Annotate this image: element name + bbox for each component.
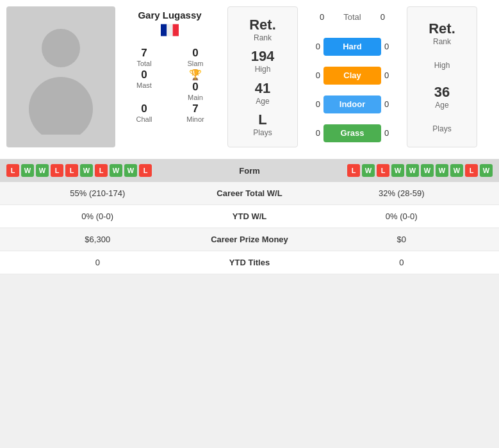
left-high-value: 194 — [251, 48, 275, 65]
right-rank-label: Rank — [433, 37, 451, 46]
form-right-badge-3: W — [391, 164, 404, 177]
stats-left-1: 0% (0-0) — [10, 212, 186, 221]
left-rank-label: Rank — [254, 33, 272, 42]
form-right-badge-1: W — [362, 164, 375, 177]
left-total-stat: 7 Total — [122, 47, 167, 67]
right-total-stat: 0 Total — [487, 47, 499, 67]
left-slam-label: Slam — [187, 60, 203, 67]
stats-row-3: 0 YTD Titles 0 — [0, 251, 499, 274]
form-left-badge-6: L — [95, 164, 108, 177]
left-chall-stat: 0 Chall — [122, 103, 167, 123]
clay-badge: Clay — [323, 67, 381, 85]
right-plays-stat: Plays — [432, 124, 451, 133]
right-high-stat: High — [434, 61, 450, 70]
right-middle-stats: Ret. Rank High 36 Age Plays — [407, 6, 477, 147]
svg-point-1 — [29, 77, 93, 135]
svg-point-0 — [42, 29, 80, 67]
stats-row-2: $6,300 Career Prize Money $0 — [0, 228, 499, 251]
svg-rect-2 — [161, 24, 167, 37]
clay-left: 0 — [304, 71, 320, 80]
stats-label-1: YTD W/L — [186, 212, 314, 221]
left-mast-value: 0 — [141, 69, 147, 81]
hard-badge: Hard — [323, 38, 381, 56]
right-rank-value: Ret. — [429, 21, 455, 37]
left-player-info: Gary Lugassy 7 Total 0 Slam 0 Mast — [115, 6, 224, 147]
indoor-badge: Indoor — [323, 95, 381, 113]
form-right-badge-0: L — [347, 164, 360, 177]
form-left-badge-7: W — [110, 164, 122, 177]
left-rank-stat: Ret. Rank — [249, 17, 276, 42]
form-right-badge-5: W — [421, 164, 434, 177]
indoor-left: 0 — [304, 99, 320, 109]
left-chall-label: Chall — [136, 115, 152, 123]
left-minor-label: Minor — [186, 115, 204, 123]
total-label: Total — [343, 12, 361, 22]
right-chall-stat: 0 Chall — [487, 103, 499, 123]
left-age-label: Age — [256, 97, 269, 106]
form-right-badge-8: L — [465, 164, 478, 177]
stats-right-1: 0% (0-0) — [314, 212, 490, 221]
left-total-value: 7 — [141, 47, 147, 60]
main-container: Gary Lugassy 7 Total 0 Slam 0 Mast — [0, 0, 499, 274]
left-minor-value: 7 — [192, 103, 198, 115]
form-left-badge-2: W — [36, 164, 49, 177]
left-slam-value: 0 — [192, 47, 198, 60]
hard-left: 0 — [304, 42, 320, 51]
form-left-badge-0: L — [6, 164, 19, 177]
left-trophy-stat: 🏆 0 Main — [173, 69, 218, 101]
left-total-label: Total — [136, 60, 151, 67]
left-high-label: High — [255, 65, 271, 74]
total-left: 0 — [320, 12, 324, 22]
form-left-badge-8: W — [124, 164, 137, 177]
right-age-label: Age — [435, 101, 448, 110]
right-player-info: Martin Rmus ★ 0 Total 0 Slam — [480, 6, 499, 147]
form-right-badge-7: W — [450, 164, 463, 177]
left-main-value: 0 — [192, 81, 198, 94]
svg-rect-3 — [167, 24, 172, 37]
form-left-badge-4: L — [65, 164, 78, 177]
left-player-stats: 7 Total 0 Slam 0 Mast 🏆 0 Main 0 — [115, 47, 224, 123]
stats-left-2: $6,300 — [10, 235, 186, 244]
right-player-stats: 0 Total 0 Slam 0 Mast 🏆 0 Main 0 — [480, 47, 499, 123]
stats-left-0: 55% (210-174) — [10, 188, 186, 198]
form-left-badge-5: W — [80, 164, 93, 177]
form-left-badge-9: L — [139, 164, 152, 177]
left-high-stat: 194 High — [251, 48, 275, 74]
stats-row-1: 0% (0-0) YTD W/L 0% (0-0) — [0, 205, 499, 228]
left-plays-value: L — [258, 112, 266, 128]
left-mast-label: Mast — [136, 81, 152, 89]
stats-left-3: 0 — [10, 258, 186, 267]
stats-right-3: 0 — [314, 258, 490, 267]
stats-table: 55% (210-174) Career Total W/L 32% (28-5… — [0, 182, 499, 274]
total-right: 0 — [380, 12, 385, 22]
grass-badge: Grass — [323, 124, 381, 142]
left-chall-value: 0 — [141, 103, 147, 115]
form-label: Form — [211, 166, 288, 176]
form-right-badge-2: L — [377, 164, 389, 177]
right-age-stat: 36 Age — [434, 84, 450, 110]
stats-right-2: $0 — [314, 235, 490, 244]
form-left: LWWLLWLWWL — [6, 164, 211, 177]
grass-row: 0 Grass 0 — [304, 124, 400, 142]
left-plays-label: Plays — [253, 128, 272, 137]
right-age-value: 36 — [434, 84, 450, 101]
form-right-badge-6: W — [436, 164, 448, 177]
right-mast-stat: 0 Mast — [487, 69, 499, 101]
indoor-row: 0 Indoor 0 — [304, 95, 400, 113]
surface-section: 0 Total 0 0 Hard 0 0 Clay 0 — [301, 6, 404, 147]
left-middle-stats: Ret. Rank 194 High 41 Age L Plays — [227, 6, 298, 147]
svg-rect-4 — [173, 24, 179, 37]
left-player-flag — [161, 24, 179, 37]
left-main-label: Main — [188, 94, 203, 101]
stats-label-0: Career Total W/L — [186, 188, 314, 198]
right-rank-stat: Ret. Rank — [429, 21, 455, 46]
left-slam-stat: 0 Slam — [173, 47, 218, 67]
clay-row: 0 Clay 0 — [304, 67, 400, 85]
top-section: Gary Lugassy 7 Total 0 Slam 0 Mast — [0, 0, 499, 154]
left-plays-stat: L Plays — [253, 112, 272, 137]
grass-left: 0 — [304, 128, 320, 138]
indoor-right: 0 — [384, 99, 400, 109]
stats-label-3: YTD Titles — [186, 258, 314, 267]
stats-right-0: 32% (28-59) — [314, 188, 490, 198]
clay-right: 0 — [384, 71, 400, 80]
